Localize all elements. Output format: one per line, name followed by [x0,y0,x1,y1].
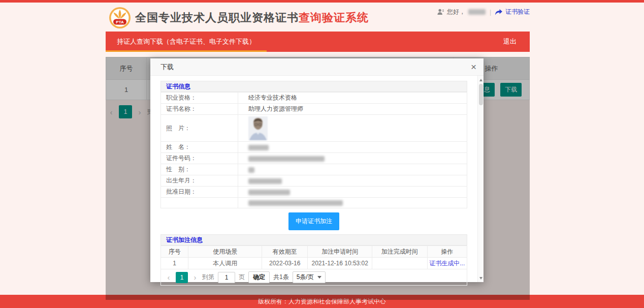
annotate-button-row: 申请证书加注 [160,212,467,230]
field-value: 经济专业技术资格 [238,93,467,104]
annotation-pagination: ‹ 1 › 到第 页 确定 共1条 5条/页 [160,269,467,286]
page-1-button[interactable]: 1 [176,272,188,283]
redacted-value [248,190,290,195]
annotation-section-title: 证书加注信息 [160,234,467,245]
page-title: 全国专业技术人员职业资格证书 [135,10,299,25]
field-label: 照 片： [161,115,238,142]
redacted-username [468,9,486,15]
goto-page-input[interactable] [218,272,235,283]
field-label: 性 别： [161,164,238,175]
info-row-cert-name: 证书名称： 助理人力资源管理师 [161,104,467,115]
annotation-row: 1 本人调用 2022-03-16 2021-12-16 10:53:02 证书… [161,258,467,269]
info-row-id-number: 证件号码： [161,153,467,164]
active-tab-indicator [106,50,267,52]
share-arrow-icon [495,9,502,15]
logout-button[interactable]: 退出 [503,37,530,46]
next-page-icon[interactable]: › [191,273,199,282]
cert-generating-link[interactable]: 证书生成中... [429,260,465,267]
active-tab-label: 持证人查询下载（含电子证书、电子文件下载） [117,37,255,46]
cell-valid-until: 2022-03-16 [262,258,307,269]
modal-title: 下载 [160,63,174,72]
info-row-birth: 出生年月： [161,175,467,187]
user-icon [437,9,444,15]
cell-scene: 本人调用 [188,258,262,269]
col-action: 操作 [427,246,467,258]
cell-index: 1 [161,258,188,269]
prev-page-icon[interactable]: ‹ [165,273,172,282]
field-value [238,198,467,208]
apply-annotation-button[interactable]: 申请证书加注 [288,212,339,230]
field-label: 姓 名： [161,142,238,153]
main-nav: 持证人查询下载（含电子证书、电子文件下载） 退出 [106,32,530,52]
info-row-photo: 照 片： [161,115,467,142]
info-row-approval-date: 批准日期： [161,187,467,198]
per-page-select[interactable]: 5条/页 [293,271,326,283]
modal-body: 证书信息 职业资格： 经济专业技术资格 证书名称： 助理人力资源管理师 照 片： [150,76,484,282]
field-value [238,153,467,164]
id-photo [248,116,268,140]
info-row-gender: 性 别： [161,164,467,175]
tab-holder-query-download[interactable]: 持证人查询下载（含电子证书、电子文件下载） [106,32,267,52]
field-value [238,164,467,175]
download-modal: 下载 × 证书信息 职业资格： 经济专业技术资格 证书名称： 助理人力资源管理师… [150,58,484,282]
col-index: 序号 [161,246,188,258]
field-label: 证件号码： [161,153,238,164]
col-valid-until: 有效期至 [262,246,307,258]
divider: | [490,9,491,16]
field-label: 批准日期： [161,187,238,198]
field-value [238,175,467,187]
per-page-value: 5条/页 [297,273,314,282]
svg-text:PTA: PTA [116,20,124,24]
redacted-value [248,167,254,173]
scroll-up-icon[interactable] [478,77,484,83]
modal-scrollbar[interactable] [477,76,484,282]
greeting-text: 您好， [447,8,465,16]
total-count-label: 共1条 [273,273,289,282]
certificate-verify-link[interactable]: 证书验证 [505,8,530,16]
col-apply-time: 加注申请时间 [308,246,372,258]
redacted-value [248,156,325,162]
caret-down-icon [317,276,321,279]
scroll-down-icon[interactable] [478,275,484,281]
user-bar: 您好， | 证书验证 [437,8,530,16]
modal-header: 下载 × [150,58,484,76]
field-value [238,187,467,198]
close-icon[interactable]: × [471,62,476,72]
cert-info-table: 职业资格： 经济专业技术资格 证书名称： 助理人力资源管理师 照 片： [160,92,467,208]
field-label [161,198,238,208]
field-value: 助理人力资源管理师 [238,104,467,115]
info-row-extra [161,198,467,208]
field-label: 出生年月： [161,175,238,187]
brand: PTA 全国专业技术人员职业资格证书查询验证系统 [109,7,369,29]
goto-label: 到第 [202,273,214,282]
field-value [238,115,467,142]
field-label: 证书名称： [161,104,238,115]
cell-complete-time [372,258,428,269]
field-label: 职业资格： [161,93,238,104]
scrollbar-thumb[interactable] [479,84,483,105]
annotation-table: 序号 使用场景 有效期至 加注申请时间 加注完成时间 操作 1 本人调用 202… [160,245,467,269]
info-row-qualification: 职业资格： 经济专业技术资格 [161,93,467,104]
col-complete-time: 加注完成时间 [372,246,428,258]
info-row-name: 姓 名： [161,142,467,153]
redacted-value [248,200,343,206]
goto-unit: 页 [239,273,245,282]
field-value [238,142,467,153]
cell-action: 证书生成中... [427,258,467,269]
annotation-header-row: 序号 使用场景 有效期至 加注申请时间 加注完成时间 操作 [161,246,467,258]
page-title-accent: 查询验证系统 [299,10,369,25]
redacted-value [248,178,282,184]
pta-logo-icon: PTA [109,7,131,29]
site-header: PTA 全国专业技术人员职业资格证书查询验证系统 您好， | 证书验证 [106,3,530,32]
confirm-button[interactable]: 确定 [248,271,270,283]
cell-apply-time: 2021-12-16 10:53:02 [308,258,372,269]
cert-info-section-title: 证书信息 [160,81,467,92]
col-scene: 使用场景 [188,246,262,258]
redacted-value [248,145,269,150]
